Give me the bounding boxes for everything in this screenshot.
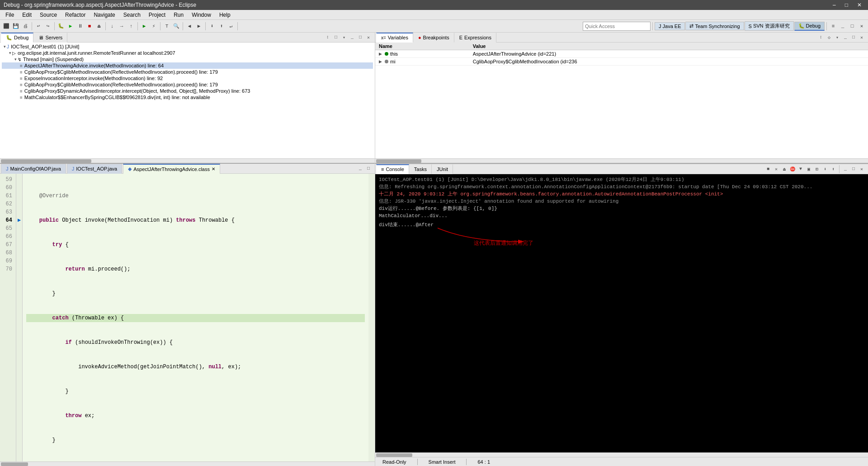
- debug-scrollbar-thumb[interactable]: [1, 159, 91, 163]
- toolbar-undo-btn[interactable]: ↩: [34, 22, 43, 31]
- var-btn-1[interactable]: ↕: [817, 34, 825, 41]
- debug-panel-btn-2[interactable]: □: [332, 34, 340, 41]
- toolbar-suspend-btn[interactable]: ⏸: [75, 22, 85, 31]
- toolbar-redo-btn[interactable]: ↪: [43, 22, 52, 31]
- debug-tree-item-3[interactable]: ≡ AspectJAfterThrowingAdvice.invoke(Meth…: [2, 62, 373, 69]
- toolbar-step-into-btn[interactable]: ↓: [108, 22, 117, 31]
- toolbar-prev-annotation-btn[interactable]: ⬆: [217, 22, 226, 31]
- toolbar-debug-btn[interactable]: 🐛: [57, 22, 66, 31]
- menu-refactor[interactable]: Refactor: [61, 11, 89, 19]
- maximize-button[interactable]: □: [842, 2, 851, 8]
- menu-source[interactable]: Source: [36, 11, 61, 19]
- perspective-team-sync[interactable]: ⇄ Team Synchronizing: [685, 22, 744, 30]
- toolbar-save-btn[interactable]: 💾: [11, 22, 20, 31]
- debug-panel-btn-1[interactable]: ↕: [324, 34, 331, 41]
- tab-close-icon[interactable]: ✕: [212, 166, 215, 171]
- toolbar-print-btn[interactable]: 🖨: [21, 22, 30, 31]
- var-btn-3[interactable]: ▾: [834, 34, 841, 41]
- console-btn-12[interactable]: ✕: [858, 166, 865, 173]
- tab-console[interactable]: ≡ Console: [376, 164, 409, 174]
- menu-search[interactable]: Search: [120, 11, 144, 19]
- toolbar-step-over-btn[interactable]: →: [117, 22, 126, 31]
- quick-access-input[interactable]: [583, 22, 651, 31]
- console-btn-5[interactable]: ▼: [797, 166, 804, 173]
- console-btn-11[interactable]: □: [850, 166, 857, 173]
- debug-tree-item-5[interactable]: ≡ ExposeInvocationInterceptor.invoke(Met…: [2, 75, 373, 81]
- editor-scrollbar-h[interactable]: [0, 461, 375, 466]
- debug-panel-btn-5[interactable]: □: [357, 34, 364, 41]
- debug-tree-item-7[interactable]: ≡ CglibAopProxy$DynamicAdvisedIntercepto…: [2, 88, 373, 94]
- var-btn-4[interactable]: _: [842, 34, 849, 41]
- perspective-svn[interactable]: S SVN 资源库研究: [745, 21, 794, 31]
- console-btn-7[interactable]: ⊞: [813, 166, 821, 173]
- tab-ioc-test[interactable]: J IOCTest_AOP.java: [67, 164, 122, 174]
- console-btn-6[interactable]: ▣: [805, 166, 812, 173]
- debug-tree-item-2[interactable]: ▾ ↯ Thread [main] (Suspended): [2, 56, 373, 62]
- toolbar-profile-btn[interactable]: ⚡: [149, 22, 158, 31]
- menu-navigate[interactable]: Navigate: [90, 11, 118, 19]
- toolbar-run-btn[interactable]: ▶: [140, 22, 149, 31]
- console-btn-2[interactable]: ✕: [773, 166, 780, 173]
- menu-project[interactable]: Project: [145, 11, 169, 19]
- minimize-button[interactable]: –: [830, 2, 839, 8]
- console-scrollbar-h[interactable]: [375, 452, 868, 457]
- toolbar-search-btn[interactable]: 🔍: [172, 22, 181, 31]
- menu-run[interactable]: Run: [170, 11, 187, 19]
- console-terminate-btn[interactable]: ■: [764, 166, 772, 173]
- tab-expressions[interactable]: E Expressions: [454, 33, 496, 43]
- perspective-debug[interactable]: 🐛 Debug: [794, 22, 825, 31]
- toolbar-step-return-btn[interactable]: ↑: [127, 22, 136, 31]
- console-scrollbar-thumb[interactable]: [376, 453, 412, 457]
- toolbar-next-annotation-btn[interactable]: ⬇: [208, 22, 217, 31]
- menu-edit[interactable]: Edit: [19, 11, 35, 19]
- tab-aspect-advice[interactable]: ◆ AspectJAfterThrowingAdvice.class ✕: [123, 164, 220, 174]
- editor-maximize-btn[interactable]: □: [365, 165, 372, 172]
- tab-debug[interactable]: 🐛 Debug: [1, 33, 33, 43]
- toolbar-open-type-btn[interactable]: T: [162, 22, 171, 31]
- toolbar-next-edit-btn[interactable]: ▶: [194, 22, 203, 31]
- console-btn-3[interactable]: ⏏: [781, 166, 788, 173]
- tab-tasks[interactable]: Tasks: [409, 164, 432, 174]
- perspective-maximize-btn[interactable]: □: [848, 22, 857, 31]
- debug-tree-item-8[interactable]: ≡ MathCalculator$$EnhancerBySpringCGLIB$…: [2, 94, 373, 100]
- menu-file[interactable]: File: [2, 11, 18, 19]
- toolbar-new-btn[interactable]: ⬛: [2, 22, 11, 31]
- tab-breakpoints[interactable]: ● Breakpoints: [413, 33, 454, 43]
- tab-variables[interactable]: x= Variables: [376, 33, 413, 43]
- console-btn-8[interactable]: ⬇: [821, 166, 829, 173]
- console-btn-10[interactable]: _: [842, 166, 849, 173]
- console-btn-4[interactable]: ⛔: [789, 166, 796, 173]
- debug-tree-item-1[interactable]: ▾ ▷ org.eclipse.jdt.internal.junit.runne…: [2, 50, 373, 56]
- toolbar-resume-btn[interactable]: ▶: [66, 22, 75, 31]
- debug-panel-btn-4[interactable]: _: [349, 34, 356, 41]
- var-row-this[interactable]: ▶ this AspectJAfterThrowingAdvice (id=22…: [375, 50, 868, 58]
- variables-scrollbar-thumb[interactable]: [376, 159, 421, 163]
- toolbar-terminate-btn[interactable]: ■: [85, 22, 94, 31]
- debug-panel-btn-3[interactable]: ▾: [340, 34, 348, 41]
- debug-panel-btn-6[interactable]: ✕: [365, 34, 372, 41]
- editor-scrollbar-v[interactable]: [368, 174, 375, 461]
- toolbar-prev-edit-btn[interactable]: ◀: [185, 22, 194, 31]
- tab-main-config[interactable]: J MainConfigOfAOP.java: [1, 164, 66, 174]
- var-row-mi[interactable]: ▶ mi CglibAopProxy$CglibMethodInvocation…: [375, 58, 868, 66]
- menu-help[interactable]: Help: [216, 11, 234, 19]
- toolbar-last-edit-btn[interactable]: ↵: [226, 22, 236, 31]
- variables-scrollbar-h[interactable]: [375, 158, 868, 163]
- toolbar-disconnect-btn[interactable]: ⏏: [94, 22, 104, 31]
- perspective-list-btn[interactable]: ≡: [829, 22, 838, 31]
- var-btn-6[interactable]: ✕: [858, 34, 865, 41]
- menu-window[interactable]: Window: [188, 11, 215, 19]
- debug-tree-item-6[interactable]: ≡ CglibAopProxy$CglibMethodInvocation(Re…: [2, 81, 373, 88]
- close-button[interactable]: ✕: [854, 2, 864, 8]
- debug-tree-item-4[interactable]: ≡ CglibAopProxy$CglibMethodInvocation(Re…: [2, 69, 373, 75]
- var-btn-5[interactable]: □: [850, 34, 857, 41]
- code-text-area[interactable]: @Override public Object invoke(MethodInv…: [23, 174, 368, 461]
- console-btn-9[interactable]: ⬆: [830, 166, 837, 173]
- perspective-java-ee[interactable]: J Java EE: [655, 22, 685, 30]
- debug-scrollbar-h[interactable]: [0, 158, 375, 163]
- perspective-minimize-btn[interactable]: _: [838, 22, 847, 31]
- debug-tree-item-0[interactable]: ▾ J IOCTest_AOP.test01 (1) [JUnit]: [2, 43, 373, 50]
- var-btn-2[interactable]: ◇: [826, 34, 833, 41]
- tab-servers[interactable]: 🖥 Servers: [33, 33, 67, 43]
- tab-junit[interactable]: JUnit: [432, 164, 453, 174]
